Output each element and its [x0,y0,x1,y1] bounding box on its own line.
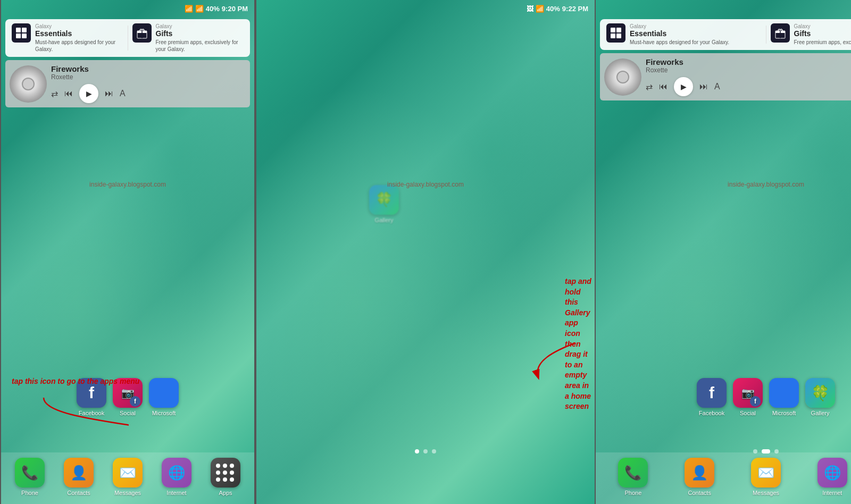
phone-icon-3: 📞 [618,458,648,488]
dock-phone-3[interactable]: 📞 Phone [618,458,648,496]
annotation-arrow-2 [512,340,596,383]
svg-rect-18 [616,28,621,32]
battery-text: 40% [206,5,220,13]
social-apps-row-3: f Facebook 📷 f Social Microsoft 🍀 Galler… [600,378,851,416]
essentials-brand-3: Galaxy [630,23,762,29]
prev-btn-3[interactable]: ⏮ [659,82,668,91]
gifts-desc-3: Free premium apps, exclusively for your … [794,39,852,46]
dock-internet[interactable]: 🌐 Internet [162,458,191,496]
social-app-3[interactable]: 📷 f Social [733,378,763,416]
wifi-icon-2: 📶 [536,5,544,13]
prev-btn[interactable]: ⏮ [64,89,73,98]
messages-label: Messages [114,490,141,496]
phone-label-3: Phone [624,490,641,496]
gallery-label-3: Gallery [811,410,830,416]
dock-internet-3[interactable]: 🌐 Internet [817,458,847,496]
social-icon-3: 📷 f [733,378,763,408]
dot-3 [432,449,436,453]
img-icon-2: 🖼 [527,5,533,13]
social-label-3: Social [740,410,756,416]
svg-rect-20 [616,33,621,38]
music-title-1: Fireworks [51,64,246,73]
gifts-brand: Galaxy [156,23,244,29]
status-bar-1: 📶 📶 40% 9:20 PM [1,0,254,17]
battery-text-2: 40% [546,5,560,13]
essentials-title-3: Essentials [630,29,762,38]
contacts-icon: 👤 [64,458,94,488]
essentials-desc-3: Must-have apps designed for your Galaxy. [630,39,762,46]
microsoft-label: Microsoft [152,410,176,416]
shuffle-btn-3[interactable]: ⇄ [646,82,653,92]
music-title-3: Fireworks [646,57,851,66]
gifts-title: Gifts [156,29,244,38]
dock-contacts[interactable]: 👤 Contacts [64,458,94,496]
contacts-label-3: Contacts [688,490,711,496]
lyrics-btn-3[interactable]: A [714,82,720,91]
microsoft-app-3[interactable]: Microsoft [769,378,799,416]
music-controls-1: ⇄ ⏮ ▶ ⏭ A [51,84,246,103]
essentials-desc: Must-have apps designed for your Galaxy. [35,39,123,53]
internet-label-3: Internet [822,490,842,496]
dock-messages[interactable]: ✉️ Messages [113,458,143,496]
dock-contacts-3[interactable]: 👤 Contacts [685,458,714,496]
microsoft-app[interactable]: Microsoft [149,378,179,416]
shuffle-btn[interactable]: ⇄ [51,89,58,99]
phone-label: Phone [21,490,38,496]
gifts-brand-3: Galaxy [794,23,852,29]
galaxy-gifts-card-3[interactable]: Galaxy Gifts Free premium apps, exclusiv… [771,23,852,46]
dock-messages-3[interactable]: ✉️ Messages [751,458,781,496]
internet-label: Internet [166,490,186,496]
dock-apps[interactable]: Apps [211,458,240,496]
next-btn-3[interactable]: ⏭ [699,82,708,91]
status-bar-3: 📶 📶 40% 9:23 PM [596,0,851,17]
galaxy-essentials-card[interactable]: Galaxy Essentials Must-have apps designe… [12,23,123,53]
phone-icon: 📞 [15,458,45,488]
gallery-app-blurred[interactable]: 🍀 Gallery [344,181,424,228]
gallery-app-3[interactable]: 🍀 Gallery [805,378,835,416]
dot-2 [423,449,428,453]
dock-phone[interactable]: 📞 Phone [15,458,45,496]
apps-icon [211,458,240,488]
facebook-label-3: Facebook [699,410,724,416]
svg-rect-19 [611,33,615,38]
music-player-1: Fireworks Roxette ⇄ ⏮ ▶ ⏭ A [5,60,250,107]
svg-rect-3 [22,33,27,38]
internet-icon-3: 🌐 [817,458,847,488]
dock-3: 📞 Phone 👤 Contacts ✉️ Messages 🌐 Interne… [596,452,851,504]
music-artist-1: Roxette [51,73,246,81]
annotation-1: tap this icon to go to the apps menu [12,376,139,387]
microsoft-icon [149,378,179,408]
play-btn-3[interactable]: ▶ [674,77,693,96]
signal-icon: 📶 [195,5,204,13]
gallery-label-blurred: Gallery [375,217,394,224]
gallery-icon-3: 🍀 [805,378,835,408]
lyrics-btn[interactable]: A [120,89,126,98]
wifi-icon: 📶 [185,5,193,13]
dot-1 [415,449,419,453]
galaxy-gifts-card[interactable]: Galaxy Gifts Free premium apps, exclusiv… [132,23,244,53]
next-btn[interactable]: ⏭ [105,89,113,98]
panel-1: 📶 📶 40% 9:20 PM Galaxy Essentials Must-h… [0,0,255,504]
gifts-icon-3 [771,23,790,43]
messages-label-3: Messages [753,490,779,496]
svg-rect-2 [16,33,21,38]
facebook-app-3[interactable]: f Facebook [697,378,727,416]
gallery-icon-blurred: 🍀 [369,185,399,215]
play-btn-1[interactable]: ▶ [79,84,98,103]
essentials-icon-3 [606,23,625,43]
status-bar-2: 🖼 📶 40% 9:22 PM [256,0,595,17]
apps-label: Apps [219,490,232,496]
galaxy-cards-1: Galaxy Essentials Must-have apps designe… [5,19,250,57]
gifts-icon [132,23,152,43]
essentials-icon [12,23,31,43]
music-controls-3: ⇄ ⏮ ▶ ⏭ A [646,77,851,96]
essentials-brand: Galaxy [35,23,123,29]
galaxy-essentials-card-3[interactable]: Galaxy Essentials Must-have apps designe… [606,23,762,46]
annotation-arrow-1 [1,392,129,461]
galaxy-cards-3: Galaxy Essentials Must-have apps designe… [600,19,851,50]
panel-3: 📶 📶 40% 9:23 PM Galaxy Essentials Must-h… [596,0,851,504]
contacts-icon-3: 👤 [685,458,714,488]
annotation-arrow-3 [840,271,851,335]
svg-rect-17 [611,28,615,32]
facebook-icon-3: f [697,378,727,408]
